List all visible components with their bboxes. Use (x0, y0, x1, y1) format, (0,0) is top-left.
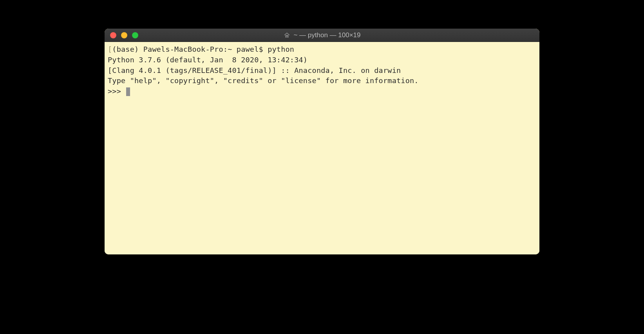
titlebar[interactable]: ~ — python — 100×19 (105, 29, 539, 42)
terminal-line: Python 3.7.6 (default, Jan 8 2020, 13:42… (108, 55, 536, 65)
terminal-line: [Clang 4.0.1 (tags/RELEASE_401/final)] :… (108, 65, 536, 76)
window-title: ~ — python — 100×19 (283, 31, 360, 39)
terminal-body[interactable]: [(base) Pawels-MacBook-Pro:~ pawel$ pyth… (105, 42, 539, 254)
minimize-button[interactable] (121, 32, 127, 38)
traffic-lights (110, 32, 138, 38)
close-button[interactable] (110, 32, 116, 38)
terminal-line: Type "help", "copyright", "credits" or "… (108, 76, 536, 86)
repl-prompt: >>> (108, 86, 125, 97)
zoom-button[interactable] (132, 32, 138, 38)
svg-rect-1 (286, 36, 288, 38)
window-title-text: ~ — python — 100×19 (293, 31, 360, 39)
home-icon (283, 32, 290, 39)
open-bracket: [ (108, 45, 112, 53)
terminal-line: [(base) Pawels-MacBook-Pro:~ pawel$ pyth… (108, 44, 536, 55)
terminal-window: ~ — python — 100×19 [(base) Pawels-MacBo… (105, 29, 539, 254)
shell-prompt: (base) Pawels-MacBook-Pro:~ pawel$ pytho… (112, 45, 294, 53)
repl-prompt-line: >>> (108, 86, 536, 97)
cursor (126, 87, 130, 96)
